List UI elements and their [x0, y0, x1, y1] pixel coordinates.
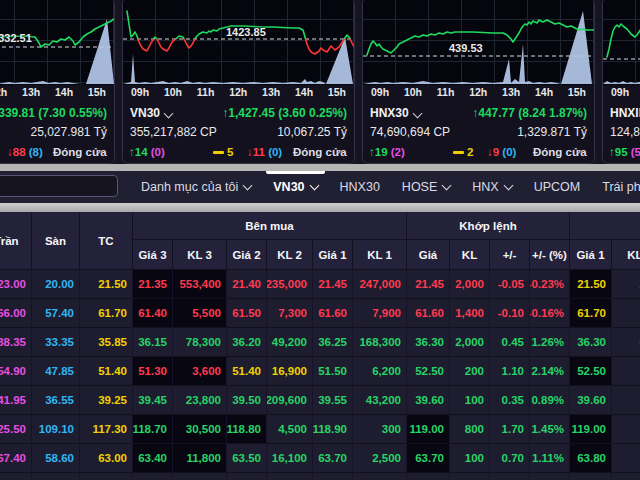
tab-trái-phiếu[interactable]: Trái phiếu — [591, 171, 640, 203]
cell-bid-vol2[interactable]: 4,500 — [267, 415, 313, 444]
cell-matched-vol[interactable]: 200 — [450, 357, 490, 386]
header-bid-price3[interactable]: Giá 3 — [133, 240, 173, 270]
cell-bid-vol3[interactable]: 30,500 — [173, 415, 227, 444]
tab-danh-mục-của-tôi[interactable]: Danh mục của tôi — [130, 171, 262, 203]
cell-floor[interactable]: 20.00 — [32, 270, 80, 299]
cell-change-pct[interactable]: 1.26% — [530, 328, 570, 357]
cell-bid-price2[interactable]: 21.40 — [227, 270, 267, 299]
cell-bid-price3[interactable]: 36.15 — [133, 328, 173, 357]
cell-ceiling[interactable]: 38.35 — [0, 328, 32, 357]
cell-matched-vol[interactable]: 100 — [450, 386, 490, 415]
cell-ask-vol1[interactable]: 1, — [612, 299, 640, 328]
cell-matched-price[interactable]: 63.70 — [407, 444, 450, 473]
cell-change-pct[interactable]: 0.89% — [530, 386, 570, 415]
cell-matched-vol[interactable]: 1,400 — [450, 299, 490, 328]
cell-bid-vol1[interactable]: 43,200 — [353, 386, 407, 415]
cell-ask-price1[interactable]: 119.00 — [570, 415, 612, 444]
header-bid-price2[interactable]: Giá 2 — [227, 240, 267, 270]
cell-bid-price2[interactable]: 61.50 — [227, 299, 267, 328]
cell-floor[interactable]: 47.85 — [32, 357, 80, 386]
cell-matched-vol[interactable]: 100 — [450, 444, 490, 473]
cell-ceiling[interactable]: 23.00 — [0, 270, 32, 299]
cell-bid-price1[interactable]: 21.45 — [313, 270, 353, 299]
header-ask-price1[interactable]: Giá 1 — [570, 240, 612, 270]
cell-bid-vol3[interactable]: 78,300 — [173, 328, 227, 357]
header-reference[interactable]: TC — [80, 212, 133, 270]
vn30-name[interactable]: VN30 — [130, 103, 172, 124]
hnxindex-name[interactable]: HNXINDEX — [610, 103, 640, 124]
header-ask-vol1[interactable]: KL 1 — [612, 240, 640, 270]
cell-bid-vol1[interactable]: 2,500 — [353, 444, 407, 473]
cell-bid-price2[interactable]: 36.20 — [227, 328, 267, 357]
cell-bid-price2[interactable]: 39.50 — [227, 386, 267, 415]
index-panel-vnindex[interactable]: 1,332.51 09h10h11h12h13h14h15h 1,339.81 … — [0, 0, 115, 164]
index-panel-hnxindex[interactable]: 09h10h11h12h13h14h15h HNXINDEX 124,888, … — [602, 0, 640, 164]
cell-bid-vol1[interactable]: 247,000 — [353, 270, 407, 299]
cell-bid-vol1[interactable]: 6,200 — [353, 357, 407, 386]
cell-ask-price1[interactable]: 36.30 — [570, 328, 612, 357]
header-matched-price[interactable]: Giá — [407, 240, 450, 270]
cell-ask-vol1[interactable]: 30, — [612, 444, 640, 473]
cell-bid-vol3[interactable]: 3,600 — [173, 357, 227, 386]
cell-ask-price1[interactable]: 61.70 — [570, 299, 612, 328]
cell-reference[interactable]: 63.00 — [80, 444, 133, 473]
cell-ask-price1[interactable]: 39.60 — [570, 386, 612, 415]
cell-matched-price[interactable]: 119.00 — [407, 415, 450, 444]
cell-ask-vol1[interactable]: 42, — [612, 415, 640, 444]
cell-reference[interactable]: 39.25 — [80, 386, 133, 415]
cell-change[interactable]: -0.10 — [490, 299, 530, 328]
cell-bid-vol2[interactable]: 7,300 — [267, 299, 313, 328]
cell-ceiling[interactable]: 67.40 — [0, 444, 32, 473]
cell-change-pct[interactable]: -0.16% — [530, 299, 570, 328]
cell-reference[interactable]: 21.50 — [80, 270, 133, 299]
cell-bid-price2[interactable]: 51.40 — [227, 357, 267, 386]
cell-bid-price3[interactable]: 21.35 — [133, 270, 173, 299]
header-matched-vol[interactable]: KL — [450, 240, 490, 270]
cell-floor[interactable]: 109.10 — [32, 415, 80, 444]
cell-floor[interactable]: 33.35 — [32, 328, 80, 357]
cell-bid-vol3[interactable]: 23,800 — [173, 386, 227, 415]
cell-ceiling[interactable]: 125.50 — [0, 415, 32, 444]
header-floor[interactable]: Sàn — [32, 212, 80, 270]
cell-floor[interactable]: 57.40 — [32, 299, 80, 328]
cell-matched-price[interactable]: 39.60 — [407, 386, 450, 415]
header-bid-vol1[interactable]: KL 1 — [353, 240, 407, 270]
cell-bid-price1[interactable]: 63.70 — [313, 444, 353, 473]
cell-bid-price1[interactable]: 61.60 — [313, 299, 353, 328]
header-change[interactable]: +/- — [490, 240, 530, 270]
cell-change[interactable]: 1.70 — [490, 415, 530, 444]
cell-floor[interactable]: 36.55 — [32, 386, 80, 415]
cell-matched-vol[interactable]: 800 — [450, 415, 490, 444]
cell-bid-vol3[interactable]: 11,800 — [173, 444, 227, 473]
header-change-pct[interactable]: +/- (%) — [530, 240, 570, 270]
cell-bid-price2[interactable]: 63.50 — [227, 444, 267, 473]
cell-ask-price1[interactable]: 21.50 — [570, 270, 612, 299]
cell-change-pct[interactable]: 1.45% — [530, 415, 570, 444]
cell-matched-price[interactable]: 52.50 — [407, 357, 450, 386]
cell-reference[interactable]: 51.40 — [80, 357, 133, 386]
cell-change[interactable]: 0.70 — [490, 444, 530, 473]
tab-upcom[interactable]: UPCOM — [523, 171, 592, 203]
cell-change[interactable]: 1.10 — [490, 357, 530, 386]
header-bid-vol3[interactable]: KL 3 — [173, 240, 227, 270]
cell-ask-vol1[interactable]: 231, — [612, 270, 640, 299]
cell-ask-vol1[interactable]: 81, — [612, 386, 640, 415]
cell-change[interactable]: 0.35 — [490, 386, 530, 415]
cell-change-pct[interactable]: 2.14% — [530, 357, 570, 386]
cell-reference[interactable]: 117.30 — [80, 415, 133, 444]
cell-bid-vol2[interactable]: 16,900 — [267, 357, 313, 386]
cell-ask-price1[interactable]: 63.80 — [570, 444, 612, 473]
cell-bid-vol3[interactable]: 5,500 — [173, 299, 227, 328]
header-bid-price1[interactable]: Giá 1 — [313, 240, 353, 270]
index-panel-hnx30[interactable]: 439.53 09h10h11h12h13h14h15h HNX30 ↑447.… — [362, 0, 595, 164]
tab-hose[interactable]: HOSE — [391, 171, 461, 203]
cell-change-pct[interactable]: 1.11% — [530, 444, 570, 473]
cell-ceiling[interactable]: 66.00 — [0, 299, 32, 328]
cell-bid-vol3[interactable]: 553,400 — [173, 270, 227, 299]
index-panel-vn30[interactable]: 1423.85 09h10h11h12h13h14h15h VN30 ↑1,42… — [122, 0, 355, 164]
cell-bid-price3[interactable]: 51.30 — [133, 357, 173, 386]
cell-bid-vol2[interactable]: 209,600 — [267, 386, 313, 415]
cell-ceiling[interactable]: 41.95 — [0, 386, 32, 415]
cell-ceiling[interactable]: 54.90 — [0, 357, 32, 386]
cell-bid-price1[interactable]: 39.55 — [313, 386, 353, 415]
